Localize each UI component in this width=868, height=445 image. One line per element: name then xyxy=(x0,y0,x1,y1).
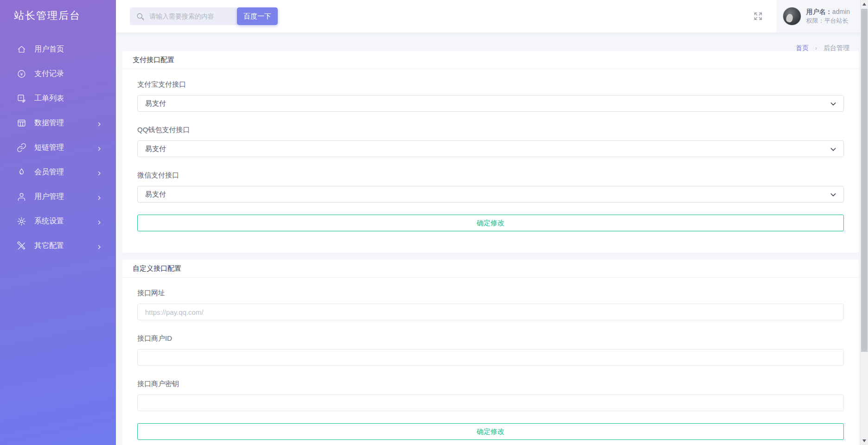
api-url-input[interactable] xyxy=(137,304,844,320)
flame-icon xyxy=(17,167,26,177)
wechat-interface-select[interactable]: 易支付 xyxy=(137,186,844,203)
card-body: 接口网址 接口商户ID 接口商户密钥 确定修改 xyxy=(122,278,859,445)
content: 首页 › 后台管理 支付接口配置 支付宝支付接口 易支付 QQ钱包支付 xyxy=(116,32,868,445)
main-area: 百度一下 用户名：admin 权限：平台站长 xyxy=(116,0,868,445)
gear-icon xyxy=(17,216,26,226)
merchant-id-field: 接口商户ID xyxy=(137,334,844,366)
merchant-key-input[interactable] xyxy=(137,394,844,411)
sidebar-item-label: 用户管理 xyxy=(34,192,64,202)
card-title: 支付接口配置 xyxy=(122,51,859,69)
sidebar-item-label: 系统设置 xyxy=(34,216,64,226)
yen-circle-icon: ¥ xyxy=(17,69,26,79)
sidebar-item-label: 用户首页 xyxy=(34,44,64,54)
chevron-right-icon xyxy=(96,170,102,175)
scrollbar-up-arrow-icon[interactable] xyxy=(862,3,866,6)
sidebar-item-user-management[interactable]: 用户管理 xyxy=(0,184,116,209)
alipay-interface-field: 支付宝支付接口 易支付 xyxy=(137,80,844,112)
topbar: 百度一下 用户名：admin 权限：平台站长 xyxy=(116,0,868,32)
search-input[interactable] xyxy=(149,13,234,20)
field-label: 微信支付接口 xyxy=(137,171,844,180)
qq-wallet-interface-select[interactable]: 易支付 xyxy=(137,140,844,157)
select-value: 易支付 xyxy=(145,145,166,153)
confirm-custom-config-button[interactable]: 确定修改 xyxy=(137,423,844,440)
payment-config-card: 支付接口配置 支付宝支付接口 易支付 QQ钱包支付接口 易支付 xyxy=(122,51,859,253)
field-label: 接口商户ID xyxy=(137,334,844,343)
custom-config-card: 自定义接口配置 接口网址 接口商户ID 接口商户密钥 确定修改 xyxy=(122,260,859,445)
ticket-icon: ? xyxy=(17,94,26,103)
breadcrumb-current: 后台管理 xyxy=(823,44,849,51)
sidebar-item-data-management[interactable]: 数据管理 xyxy=(0,111,116,135)
scrollbar-thumb[interactable] xyxy=(861,9,868,352)
breadcrumb-separator-icon: › xyxy=(815,44,817,51)
sidebar: 站长管理后台 用户首页 ¥ 支付记录 ? 工单列表 数据管理 xyxy=(0,0,116,445)
chevron-right-icon xyxy=(96,243,102,249)
qq-wallet-interface-field: QQ钱包支付接口 易支付 xyxy=(137,126,844,157)
chevron-right-icon xyxy=(96,219,102,224)
user-panel[interactable]: 用户名：admin 权限：平台站长 xyxy=(776,0,860,32)
page-scrollbar[interactable] xyxy=(860,0,868,445)
merchant-key-field: 接口商户密钥 xyxy=(137,380,844,411)
chevron-right-icon xyxy=(96,145,102,151)
user-meta: 用户名：admin 权限：平台站长 xyxy=(806,8,850,25)
alipay-interface-select[interactable]: 易支付 xyxy=(137,95,844,112)
sidebar-item-label: 工单列表 xyxy=(34,94,64,103)
field-label: QQ钱包支付接口 xyxy=(137,126,844,134)
sidebar-item-system-settings[interactable]: 系统设置 xyxy=(0,209,116,234)
select-value: 易支付 xyxy=(145,99,166,108)
chevron-down-icon xyxy=(830,100,837,108)
avatar xyxy=(783,7,801,25)
username-value: admin xyxy=(832,8,850,15)
card-body: 支付宝支付接口 易支付 QQ钱包支付接口 易支付 xyxy=(122,69,859,253)
scrollbar-down-arrow-icon[interactable] xyxy=(862,439,866,442)
app-title: 站长管理后台 xyxy=(0,0,116,22)
sidebar-item-label: 短链管理 xyxy=(34,143,64,153)
svg-text:?: ? xyxy=(20,96,22,100)
card-title: 自定义接口配置 xyxy=(122,260,859,278)
field-label: 接口网址 xyxy=(137,289,844,298)
api-url-field: 接口网址 xyxy=(137,289,844,320)
sidebar-item-label: 数据管理 xyxy=(34,118,64,128)
chevron-right-icon xyxy=(96,121,102,126)
sidebar-item-label: 支付记录 xyxy=(34,69,64,79)
sidebar-menu: 用户首页 ¥ 支付记录 ? 工单列表 数据管理 xyxy=(0,37,116,258)
fullscreen-expand-icon[interactable] xyxy=(753,11,763,21)
sidebar-item-user-home[interactable]: 用户首页 xyxy=(0,37,116,62)
role-label: 权限： xyxy=(806,17,824,24)
sidebar-item-member-management[interactable]: 会员管理 xyxy=(0,160,116,184)
search-icon xyxy=(136,12,145,21)
search-box xyxy=(130,7,238,25)
field-label: 接口商户密钥 xyxy=(137,380,844,388)
chevron-down-icon xyxy=(830,191,837,198)
chevron-down-icon xyxy=(830,146,837,153)
home-icon xyxy=(17,44,26,54)
tools-icon xyxy=(17,241,26,251)
table-icon xyxy=(17,118,26,128)
user-icon xyxy=(17,192,26,202)
chevron-right-icon xyxy=(96,194,102,200)
breadcrumb: 首页 › 后台管理 xyxy=(122,32,859,51)
topbar-right: 用户名：admin 权限：平台站长 xyxy=(753,0,868,32)
search-button[interactable]: 百度一下 xyxy=(237,7,278,25)
confirm-payment-config-button[interactable]: 确定修改 xyxy=(137,215,844,231)
breadcrumb-home-link[interactable]: 首页 xyxy=(796,44,809,51)
svg-text:¥: ¥ xyxy=(20,71,23,76)
role-value: 平台站长 xyxy=(824,17,849,24)
sidebar-item-ticket-list[interactable]: ? 工单列表 xyxy=(0,86,116,111)
sidebar-item-shortlink-management[interactable]: 短链管理 xyxy=(0,135,116,160)
sidebar-item-other-config[interactable]: 其它配置 xyxy=(0,234,116,258)
field-label: 支付宝支付接口 xyxy=(137,80,844,89)
merchant-id-input[interactable] xyxy=(137,349,844,366)
wechat-interface-field: 微信支付接口 易支付 xyxy=(137,171,844,203)
username-label: 用户名： xyxy=(806,8,832,15)
select-value: 易支付 xyxy=(145,190,166,199)
sidebar-item-payment-records[interactable]: ¥ 支付记录 xyxy=(0,62,116,86)
link-icon xyxy=(17,143,26,153)
sidebar-item-label: 其它配置 xyxy=(34,241,64,251)
sidebar-item-label: 会员管理 xyxy=(34,167,64,177)
